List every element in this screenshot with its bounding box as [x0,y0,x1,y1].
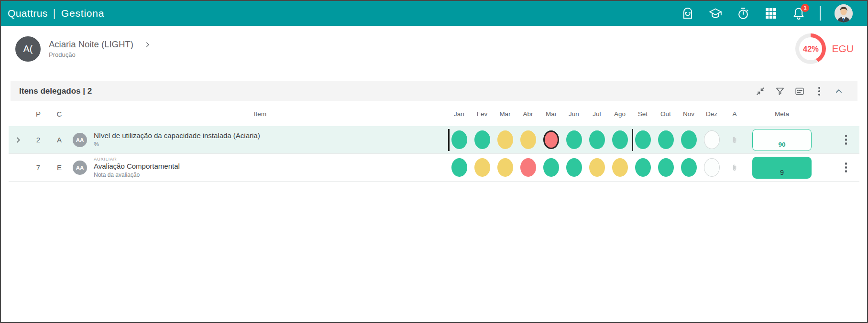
gauge-unit-label: EGU [832,43,854,54]
app-brand: Quattrus | Gestiona [8,7,104,20]
month-status-cell [608,126,631,153]
assistant-icon[interactable] [680,6,695,21]
item-subtitle: Nota da avaliação [94,172,180,179]
user-avatar[interactable] [835,4,853,22]
month-status-cell [631,154,654,181]
filter-icon[interactable] [774,85,786,97]
status-dot-mar[interactable] [497,130,513,149]
header-attachments: A [723,101,746,126]
status-dot-ago[interactable] [612,130,628,149]
more-options-icon[interactable] [813,85,825,97]
meta-value: 90 [778,141,785,148]
page-subtitle: Produção [49,51,151,58]
status-dot-nov[interactable] [681,158,697,177]
page-title: Aciaria Noite (LIGHT) [49,39,133,50]
brand-separator: | [53,7,56,20]
status-dot-out[interactable] [658,130,674,149]
month-status-cell [448,126,471,153]
header-month: Set [631,101,654,126]
attachment-paperclip-icon[interactable] [730,163,739,172]
chevron-right-icon[interactable] [144,41,151,48]
header-month: Ago [608,101,631,126]
status-dot-out[interactable] [658,158,674,177]
month-status-cell [539,126,562,153]
header-month: Out [654,101,677,126]
item-title: Nível de utilização da capacidade instal… [94,131,260,140]
expand-row-chevron[interactable] [14,136,22,144]
meta-value: 9 [780,169,784,176]
header-p: P [28,101,49,126]
status-dot-dez[interactable] [704,158,720,177]
stopwatch-icon[interactable] [736,6,750,21]
status-dot-jan[interactable] [451,158,467,177]
table-body: 2 A AA Nível de utilização da capacidade… [9,126,859,182]
header-month: Jul [585,101,608,126]
month-status-cell [494,154,516,181]
status-dot-fev[interactable] [474,158,490,177]
notifications-bell-icon[interactable]: 1 [791,6,806,21]
org-avatar: A( [15,36,41,62]
section-title: Itens delegados | 2 [19,86,92,96]
item-subtitle: % [94,141,260,148]
meta-value-box[interactable]: 90 [752,129,812,151]
status-dot-jul[interactable] [589,158,605,177]
month-status-cell [585,126,608,153]
item-avatar: AA [73,133,87,147]
month-status-cell [631,126,654,153]
topbar: Quattrus | Gestiona [1,1,867,26]
month-status-cell [471,126,494,153]
topbar-divider [820,6,821,21]
month-status-cell [700,154,723,181]
status-dot-jun[interactable] [566,158,582,177]
status-dot-set[interactable] [635,130,651,149]
status-dot-nov[interactable] [681,130,697,149]
collapse-icon[interactable] [754,85,767,97]
month-status-cell [654,154,677,181]
gauge-value: 42% [803,44,819,54]
status-dot-abr[interactable] [520,130,536,149]
status-dot-mai[interactable] [543,158,559,177]
month-status-cell [677,154,700,181]
row-priority: 7 [28,154,49,181]
month-status-cell [562,126,585,153]
month-status-cell [448,154,471,181]
header-month: Jun [562,101,585,126]
card-view-icon[interactable] [793,85,806,97]
attachment-paperclip-icon[interactable] [730,136,739,144]
status-dot-jun[interactable] [566,130,582,149]
graduation-cap-icon[interactable] [708,6,723,21]
row-more-options-icon[interactable] [843,133,849,147]
status-dot-ago[interactable] [612,158,628,177]
month-status-cell [471,154,494,181]
table-row: 7 E AA AUXILIAR Avaliação Comportamental… [9,154,859,182]
status-dot-mar[interactable] [497,158,513,177]
header-month: Fev [471,101,494,126]
item-title: Avaliação Comportamental [94,162,180,171]
row-priority: 2 [28,126,49,153]
row-months [448,126,723,153]
row-more-options-icon[interactable] [843,161,849,174]
status-dot-jan[interactable] [451,130,467,149]
topbar-actions: 1 [680,4,853,22]
status-dot-jul[interactable] [589,130,605,149]
status-dot-mai[interactable] [543,130,559,149]
apps-grid-icon[interactable] [763,6,778,21]
status-dot-fev[interactable] [474,130,490,149]
header-c: C [49,101,70,126]
status-dot-dez[interactable] [704,130,720,149]
month-status-cell [654,126,677,153]
gauge-ring: 42% [795,33,826,64]
section-bar: Itens delegados | 2 [11,81,857,101]
month-status-cell [516,154,539,181]
brand-right: Gestiona [61,8,104,19]
row-class: E [49,154,70,181]
header-month: Jan [448,101,471,126]
collapse-caret-icon[interactable] [833,85,845,97]
header-months: JanFevMarAbrMaiJunJulAgoSetOutNovDez [448,101,723,126]
status-dot-set[interactable] [635,158,651,177]
status-dot-abr[interactable] [520,158,536,177]
month-status-cell [539,154,562,181]
egu-gauge: 42% EGU [795,33,854,64]
meta-value-box[interactable]: 9 [752,157,812,179]
header-month: Mai [539,101,562,126]
